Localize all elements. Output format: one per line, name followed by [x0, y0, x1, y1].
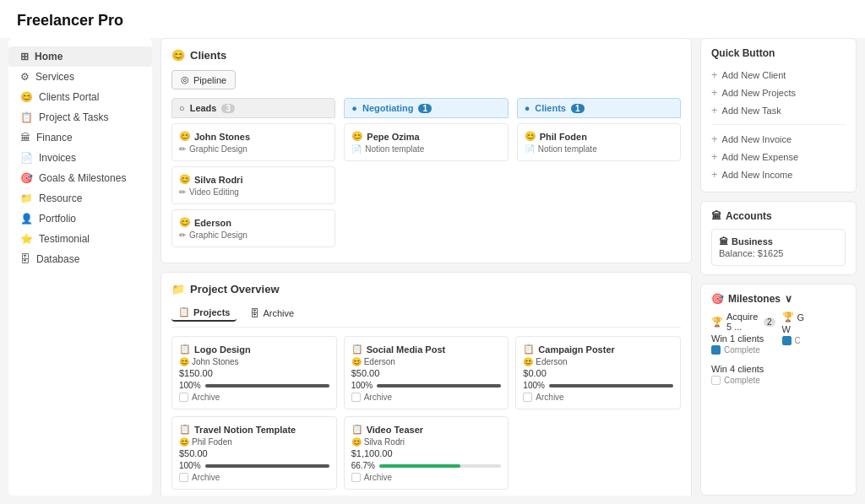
archive-checkbox[interactable] — [351, 393, 361, 402]
card-name: 😊Phil Foden — [525, 131, 673, 142]
kanban-card[interactable]: 😊Silva Rodri ✏Video Editing — [171, 166, 335, 204]
app-title: Freelancer Pro — [17, 12, 848, 30]
quick-btn-plus-icon: + — [711, 150, 718, 163]
quick-btn-item-2[interactable]: +Add New Task — [711, 101, 846, 119]
sidebar-item-clients-portal[interactable]: 😊Clients Portal — [8, 87, 152, 107]
pipeline-tab[interactable]: ◎ Pipeline — [171, 70, 236, 89]
project-card-icon: 📋 — [523, 344, 535, 355]
milestone-checkbox-3[interactable] — [782, 336, 792, 345]
sidebar-label-clients-portal: Clients Portal — [39, 91, 99, 103]
sidebar-label-home: Home — [35, 51, 63, 62]
sidebar-icon-resource: 📁 — [20, 192, 33, 204]
archive-checkbox[interactable] — [523, 393, 532, 402]
sidebar-item-testimonial[interactable]: ⭐Testimonial — [8, 229, 152, 249]
card-avatar: 😊 — [179, 131, 191, 142]
card-avatar: 😊 — [179, 174, 191, 185]
project-card-client: 😊Ederson — [523, 357, 673, 366]
project-card[interactable]: 📋Campaign Poster 😊Ederson $0.00 100% Arc… — [515, 336, 681, 409]
progress-bar-fill — [549, 384, 673, 387]
milestones-panel: 🎯 Milestones ∨ 🏆 Acquire 5 ... 2 Win 1 c… — [700, 284, 857, 496]
kanban-card[interactable]: 😊John Stones ✏Graphic Design — [171, 123, 335, 161]
content-area: 😊 Clients ◎ Pipeline ○Leads3 😊John Stone… — [160, 38, 692, 496]
progress-row: 100% — [179, 461, 329, 470]
clients-title: Clients — [190, 49, 226, 62]
tab-icon-archive: 🗄 — [250, 308, 259, 318]
project-card-price: $50.00 — [351, 368, 502, 378]
clients-panel: 😊 Clients ◎ Pipeline ○Leads3 😊John Stone… — [160, 38, 692, 263]
project-card[interactable]: 📋Logo Design 😊John Stones $150.00 100% A… — [171, 336, 337, 409]
archive-check[interactable]: Archive — [179, 473, 329, 482]
archive-checkbox[interactable] — [351, 473, 361, 482]
sidebar-item-database[interactable]: 🗄Database — [8, 249, 152, 269]
sidebar-item-finance[interactable]: 🏛Finance — [8, 127, 152, 148]
quick-buttons-panel: Quick Button +Add New Client+Add New Pro… — [700, 38, 857, 192]
tab-label-projects: Projects — [193, 307, 230, 317]
progress-bar-fill — [377, 384, 501, 387]
project-tab-projects[interactable]: 📋Projects — [171, 304, 237, 322]
milestone-title-2: 🏆 G — [782, 312, 846, 322]
card-name: 😊Pepe Ozima — [351, 131, 500, 142]
archive-check[interactable]: Archive — [179, 393, 329, 402]
quick-btn-item-4[interactable]: +Add New Expense — [711, 148, 846, 165]
sidebar-item-goals[interactable]: 🎯Goals & Milestones — [8, 168, 152, 188]
sidebar-item-services[interactable]: ⚙Services — [8, 67, 152, 87]
project-card-client: 😊Phil Foden — [179, 437, 329, 447]
kanban-card[interactable]: 😊Ederson ✏Graphic Design — [171, 209, 335, 247]
tab-icon-projects: 📋 — [178, 306, 190, 317]
project-card[interactable]: 📋Video Teaser 😊Silva Rodri $1,100.00 66.… — [344, 416, 509, 490]
progress-row: 100% — [179, 381, 329, 390]
project-card[interactable]: 📋Social Media Post 😊Ederson $50.00 100% … — [344, 336, 509, 409]
sidebar-item-project-tasks[interactable]: 📋Project & Tasks — [8, 107, 152, 127]
accounts-icon: 🏛 — [711, 210, 721, 222]
milestones-title[interactable]: 🎯 Milestones ∨ — [711, 293, 846, 305]
progress-row: 66.7% — [351, 461, 502, 470]
project-card-client: 😊Silva Rodri — [351, 437, 502, 447]
col-dot-leads: ○ — [179, 103, 185, 113]
account-card[interactable]: 🏛Business Balance: $1625 — [711, 229, 846, 266]
sidebar-item-home[interactable]: ⊞Home — [8, 46, 152, 67]
project-card-price: $150.00 — [179, 368, 329, 378]
card-name: 😊Ederson — [179, 217, 328, 228]
project-overview-header: 📁 Project Overview — [171, 283, 681, 295]
milestone-checkbox-2[interactable] — [711, 376, 721, 385]
sidebar-label-database: Database — [36, 253, 79, 265]
milestone-checkbox[interactable] — [711, 345, 721, 355]
quick-btn-list: +Add New Client+Add New Projects+Add New… — [711, 66, 846, 183]
archive-check[interactable]: Archive — [351, 473, 502, 482]
archive-check[interactable]: Archive — [351, 393, 502, 402]
card-avatar: 😊 — [351, 131, 363, 142]
projects-grid: 📋Logo Design 😊John Stones $150.00 100% A… — [171, 336, 681, 490]
project-icon: 📁 — [171, 283, 185, 295]
milestone-col-2: 🏆 G W C — [782, 312, 846, 395]
clients-panel-header: 😊 Clients — [171, 49, 681, 62]
archive-checkbox[interactable] — [179, 393, 188, 402]
progress-bar-bg — [377, 384, 501, 387]
kanban-card[interactable]: 😊Pepe Ozima 📄Notion template — [344, 123, 508, 161]
archive-checkbox[interactable] — [179, 473, 188, 482]
milestone-col-1: 🏆 Acquire 5 ... 2 Win 1 clients Complete… — [711, 312, 775, 395]
quick-btn-item-0[interactable]: +Add New Client — [711, 66, 846, 84]
card-tag: 📄Notion template — [525, 144, 673, 154]
quick-btn-item-3[interactable]: +Add New Invoice — [711, 130, 846, 148]
milestone-complete-label-2: Complete — [724, 376, 760, 385]
quick-btn-item-5[interactable]: +Add New Income — [711, 165, 846, 183]
sidebar-item-resource[interactable]: 📁Resource — [8, 188, 152, 209]
progress-bar-bg — [549, 384, 673, 387]
quick-btn-plus-icon: + — [711, 68, 718, 81]
sidebar-label-project-tasks: Project & Tasks — [39, 111, 108, 123]
project-card[interactable]: 📋Travel Notion Template 😊Phil Foden $50.… — [171, 416, 337, 490]
sidebar-item-portfolio[interactable]: 👤Portfolio — [8, 209, 152, 229]
milestones-chevron: ∨ — [785, 293, 792, 305]
kanban-card[interactable]: 😊Phil Foden 📄Notion template — [517, 123, 681, 161]
progress-label: 100% — [179, 461, 201, 470]
clients-icon: 😊 — [171, 49, 185, 62]
sidebar-item-invoices[interactable]: 📄Invoices — [8, 148, 152, 168]
quick-btn-item-1[interactable]: +Add New Projects — [711, 84, 846, 101]
project-tab-archive[interactable]: 🗄Archive — [243, 304, 301, 322]
col-label-clients: Clients — [535, 103, 566, 113]
col-label-negotiating: Negotiating — [362, 103, 414, 113]
card-tag: ✏Graphic Design — [179, 144, 328, 154]
pipeline-label: Pipeline — [193, 75, 226, 85]
progress-bar-fill — [379, 464, 460, 468]
archive-check[interactable]: Archive — [523, 393, 673, 402]
